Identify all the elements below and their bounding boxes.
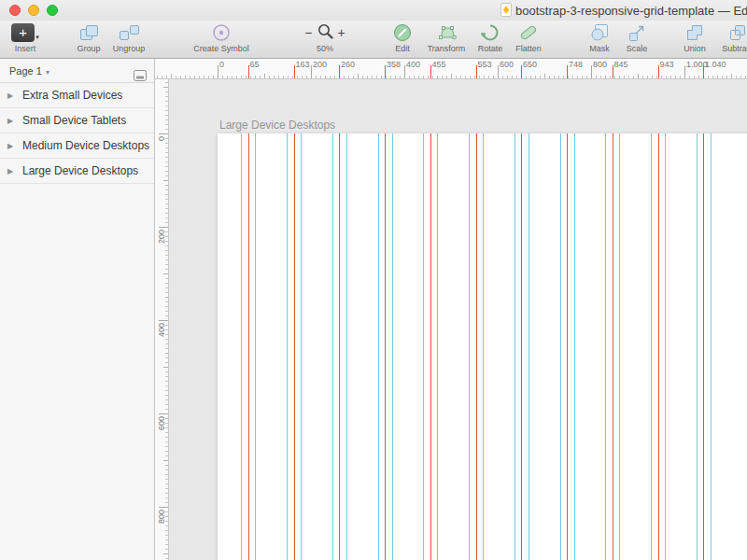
ruler-guide-mark — [567, 65, 568, 78]
ungroup-button[interactable]: Ungroup — [92, 23, 166, 53]
ruler-label-tick — [498, 65, 499, 78]
grid-gutter-guide — [332, 133, 333, 560]
minimize-button[interactable] — [28, 5, 39, 16]
insert-label: Insert — [7, 44, 43, 53]
h-ruler[interactable]: 0651632002603584004555536006507488008459… — [155, 59, 747, 79]
close-button[interactable] — [9, 5, 21, 16]
ruler-label-tick — [159, 320, 168, 321]
ruler-tick — [600, 76, 601, 78]
ruler-tick — [446, 76, 447, 78]
ruler-tick — [165, 479, 168, 480]
ruler-tick — [740, 76, 741, 78]
canvas-area[interactable]: Large Device Desktops — [169, 79, 747, 560]
subtract-button[interactable]: Subtract — [700, 23, 747, 53]
ruler-tick — [269, 76, 270, 78]
ruler-tick — [165, 287, 168, 288]
create-symbol-button[interactable]: Create Symbol — [184, 23, 259, 53]
ruler-tick — [395, 76, 396, 78]
ruler-tick — [614, 76, 615, 78]
ruler-tick — [165, 339, 168, 340]
zoom-out-button[interactable]: − — [304, 24, 312, 41]
ruler-tick — [344, 76, 345, 78]
ruler-guide-mark — [248, 65, 249, 78]
ruler-tick — [628, 76, 629, 78]
ruler-tick — [165, 404, 168, 405]
grid-gutter-guide — [469, 133, 470, 560]
ruler-tick — [232, 76, 233, 78]
ruler-guide-mark — [385, 65, 386, 78]
sidebar-item-medium-device-desktops[interactable]: ▶ Medium Device Desktops — [0, 133, 154, 159]
page-selector[interactable]: Page 1▾ — [0, 59, 154, 83]
ruler-tick — [451, 74, 452, 78]
disclosure-triangle-icon[interactable]: ▶ — [7, 108, 13, 133]
ruler-label: 600 — [500, 60, 514, 69]
page-caret-icon: ▾ — [46, 68, 49, 77]
ruler-tick — [165, 395, 168, 396]
ruler-tick — [516, 76, 517, 78]
ruler-tick — [544, 74, 545, 78]
ruler-tick — [163, 87, 168, 88]
ruler-tick — [165, 465, 168, 466]
ruler-tick — [540, 76, 541, 78]
ruler-tick — [185, 76, 186, 78]
sidebar-item-extra-small-devices[interactable]: ▶ Extra Small Devices — [0, 83, 154, 108]
ruler-tick — [227, 76, 228, 78]
zoom-controls: − + 50% — [288, 23, 362, 53]
ruler-tick — [582, 76, 583, 78]
ruler-tick — [165, 353, 168, 354]
ruler-tick — [577, 76, 578, 78]
ruler-tick — [165, 269, 168, 270]
ruler-tick — [165, 105, 168, 106]
ruler-tick — [624, 76, 625, 78]
ruler-tick — [165, 549, 168, 550]
ruler-tick — [163, 273, 168, 274]
ruler-tick — [736, 76, 737, 78]
ruler-tick — [163, 180, 168, 181]
ruler-tick — [372, 76, 373, 78]
ruler-tick — [745, 76, 746, 78]
magnifier-icon — [317, 23, 333, 43]
insert-button[interactable]: +▾ Insert — [7, 23, 43, 53]
ruler-tick — [274, 76, 275, 78]
ruler-tick — [670, 76, 671, 78]
disclosure-triangle-icon[interactable]: ▶ — [7, 133, 13, 159]
ruler-tick — [165, 101, 168, 102]
ruler-tick — [348, 76, 349, 78]
v-ruler[interactable]: 0200400600800 — [155, 79, 169, 560]
ruler-tick — [647, 76, 648, 78]
fullscreen-button[interactable] — [47, 5, 58, 16]
toolbar: +▾ Insert Group Ungroup — [0, 21, 747, 59]
disclosure-triangle-icon[interactable]: ▶ — [7, 159, 13, 184]
sidebar-item-small-device-tablets[interactable]: ▶ Small Device Tablets — [0, 108, 154, 133]
document-icon — [500, 3, 512, 21]
ruler-tick — [165, 110, 168, 111]
sidebar-item-large-device-desktops[interactable]: ▶ Large Device Desktops — [0, 159, 154, 184]
ruler-tick — [165, 474, 168, 475]
disclosure-triangle-icon[interactable]: ▶ — [7, 83, 13, 108]
ruler-tick — [432, 76, 433, 78]
ruler-tick — [297, 76, 298, 78]
zoom-in-button[interactable]: + — [338, 24, 345, 41]
ruler-label: 0 — [157, 136, 166, 141]
ruler-tick — [698, 76, 699, 78]
grid-gutter-guide — [560, 133, 561, 560]
ruler-label: 400 — [157, 323, 166, 337]
ruler-label-tick — [218, 65, 218, 78]
ruler-tick — [530, 76, 531, 78]
ruler-tick — [358, 74, 359, 78]
ruler-tick — [165, 381, 168, 382]
ruler-tick — [165, 488, 168, 489]
titlebar: bootstrap-3-responsive-grid-template — E… — [0, 0, 747, 21]
ruler-tick — [722, 76, 723, 78]
artboard-label[interactable]: Large Device Desktops — [219, 119, 335, 132]
ruler-tick — [250, 76, 251, 78]
ruler-tick — [680, 76, 681, 78]
grid-gutter-guide — [665, 133, 666, 560]
ruler-tick — [288, 76, 289, 78]
ruler-tick — [493, 76, 494, 78]
ruler-tick — [165, 292, 168, 293]
ruler-label: 748 — [569, 60, 583, 69]
flatten-button[interactable]: Flatten — [491, 23, 566, 53]
ruler-tick — [171, 74, 172, 78]
ruler-label: 845 — [614, 60, 628, 69]
